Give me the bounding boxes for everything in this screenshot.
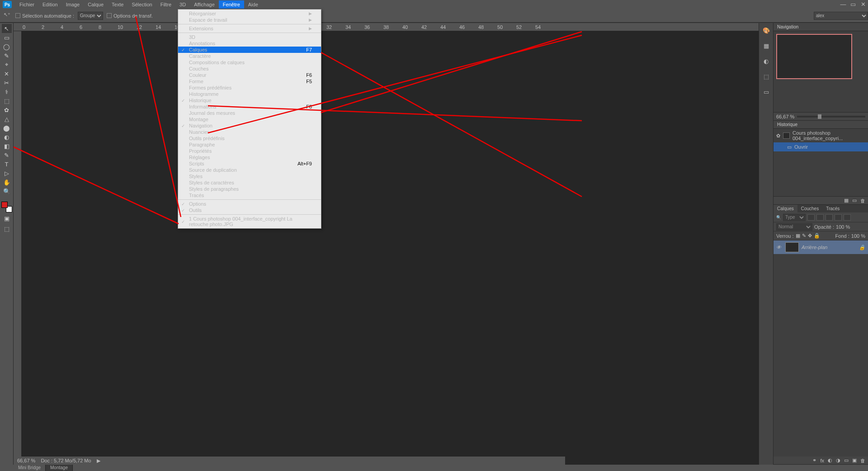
mini-bridge-tab[interactable]: Mini Bridge bbox=[14, 465, 46, 471]
menu-item-navigation[interactable]: ✓Navigation bbox=[178, 122, 321, 129]
menu-item-outils-pr-d-finis[interactable]: Outils prédéfinis bbox=[178, 135, 321, 141]
window-close[interactable]: ✕ bbox=[858, 0, 868, 9]
layer-name[interactable]: Arrière-plan bbox=[802, 245, 827, 250]
styles-panel-icon[interactable]: ⬚ bbox=[762, 72, 771, 81]
tool-15[interactable]: T bbox=[2, 160, 12, 169]
channels-tab[interactable]: Couches bbox=[797, 205, 822, 212]
window-maximize[interactable]: ▭ bbox=[848, 0, 858, 9]
menu-item-styles-de-caract-res[interactable]: Styles de caractères bbox=[178, 179, 321, 186]
delete-state-icon[interactable]: 🗑 bbox=[860, 198, 865, 203]
layer-row[interactable]: 👁 Arrière-plan 🔒 bbox=[774, 240, 868, 254]
history-snapshot[interactable]: ✿ Cours photoshop 004_interface_copyri..… bbox=[774, 129, 868, 142]
filter-pixel-icon[interactable] bbox=[807, 214, 815, 221]
opacity-value[interactable]: 100 % bbox=[836, 224, 850, 230]
tool-6[interactable]: ✂ bbox=[2, 78, 12, 87]
menu-item-histogramme[interactable]: Histogramme bbox=[178, 91, 321, 97]
fx-icon[interactable]: fx bbox=[820, 458, 824, 463]
menu-item-source-de-duplication[interactable]: Source de duplication bbox=[178, 167, 321, 173]
tool-0[interactable]: ↖ bbox=[2, 24, 12, 33]
tool-2[interactable]: ◯ bbox=[2, 42, 12, 51]
zoom-status[interactable]: 66,67 % bbox=[17, 458, 35, 463]
menu-item-scripts[interactable]: ScriptsAlt+F9 bbox=[178, 160, 321, 167]
navigator-thumbnail[interactable] bbox=[776, 34, 852, 79]
adjustment-icon[interactable]: ◑ bbox=[836, 457, 840, 463]
menu-item-trac-s[interactable]: Tracés bbox=[178, 192, 321, 198]
tool-4[interactable]: ⌖ bbox=[2, 60, 12, 69]
adjustments-panel-icon[interactable]: ◐ bbox=[762, 57, 771, 66]
menu-item-historique[interactable]: ✓Historique bbox=[178, 97, 321, 104]
window-minimize[interactable]: — bbox=[838, 0, 848, 9]
menu-item-formes-pr-d-finies[interactable]: Formes prédéfinies bbox=[178, 85, 321, 91]
quickmask-icon[interactable]: ▣ bbox=[2, 214, 12, 223]
tool-12[interactable]: ◐ bbox=[2, 132, 12, 141]
menu-item-styles[interactable]: Styles bbox=[178, 173, 321, 179]
new-state-icon[interactable]: ▭ bbox=[852, 198, 857, 203]
menu-item-compositions-de-calques[interactable]: Compositions de calques bbox=[178, 59, 321, 66]
auto-select-label[interactable]: Sélection automatique : bbox=[15, 13, 74, 19]
doc-size-status[interactable]: Doc : 5,72 Mo/5,72 Mo bbox=[41, 458, 91, 463]
menu-texte[interactable]: Texte bbox=[108, 0, 127, 9]
menu-image[interactable]: Image bbox=[62, 0, 84, 9]
foreground-color[interactable] bbox=[1, 202, 8, 208]
lock-all-icon[interactable]: 🔒 bbox=[814, 233, 820, 239]
menu-item-propri-t-s[interactable]: Propriétés bbox=[178, 148, 321, 154]
menu-item-r-organiser[interactable]: Réorganiser▶ bbox=[178, 10, 321, 17]
menu-item-caract-re[interactable]: Caractère bbox=[178, 53, 321, 59]
transform-controls-label[interactable]: Options de transf. bbox=[107, 13, 153, 19]
menu-item-calques[interactable]: ✓CalquesF7 bbox=[178, 47, 321, 53]
menu-affichage[interactable]: Affichage bbox=[190, 0, 219, 9]
link-icon[interactable]: ⚭ bbox=[812, 457, 816, 463]
tool-5[interactable]: ✕ bbox=[2, 69, 12, 78]
auto-select-group[interactable]: Groupe bbox=[78, 12, 103, 20]
canvas[interactable] bbox=[22, 31, 759, 465]
tool-16[interactable]: ▷ bbox=[2, 169, 12, 178]
menu-fenêtre[interactable]: Fenêtre bbox=[219, 0, 244, 9]
visibility-icon[interactable]: 👁 bbox=[776, 245, 783, 250]
menu-item-paragraphe[interactable]: Paragraphe bbox=[178, 141, 321, 148]
color-swatches[interactable] bbox=[1, 202, 12, 212]
filter-type[interactable]: Type bbox=[783, 214, 806, 221]
swatches-panel-icon[interactable]: ▦ bbox=[762, 41, 771, 50]
properties-panel-icon[interactable]: ▭ bbox=[762, 87, 771, 96]
new-layer-icon[interactable]: ▣ bbox=[852, 457, 857, 463]
group-icon[interactable]: ▭ bbox=[844, 457, 849, 463]
menu-aide[interactable]: Aide bbox=[244, 0, 262, 9]
menu-3d[interactable]: 3D bbox=[175, 0, 190, 9]
tool-13[interactable]: ◧ bbox=[2, 141, 12, 151]
menu-edition[interactable]: Edition bbox=[38, 0, 62, 9]
filter-smart-icon[interactable] bbox=[844, 214, 851, 221]
menu-item-montage[interactable]: Montage bbox=[178, 116, 321, 122]
lock-pos-icon[interactable]: ✥ bbox=[808, 233, 812, 239]
menu-item-informations[interactable]: InformationsF8 bbox=[178, 104, 321, 110]
menu-item-nuancier[interactable]: Nuancier bbox=[178, 129, 321, 135]
tool-9[interactable]: ✿ bbox=[2, 105, 12, 114]
layer-thumbnail[interactable] bbox=[785, 242, 799, 252]
menu-filtre[interactable]: Filtre bbox=[156, 0, 175, 9]
tool-18[interactable]: 🔍 bbox=[2, 187, 12, 196]
menu-item-couches[interactable]: Couches bbox=[178, 66, 321, 72]
filter-text-icon[interactable] bbox=[826, 214, 833, 221]
menu-item-styles-de-paragraphes[interactable]: Styles de paragraphes bbox=[178, 186, 321, 192]
menu-item-annotations[interactable]: Annotations bbox=[178, 40, 321, 47]
history-state[interactable]: ▭ Ouvrir bbox=[774, 142, 868, 151]
mask-icon[interactable]: ◐ bbox=[828, 457, 832, 463]
menu-item-extensions[interactable]: Extensions▶ bbox=[178, 25, 321, 32]
menu-item-forme[interactable]: FormeF5 bbox=[178, 78, 321, 85]
tool-3[interactable]: ✎ bbox=[2, 51, 12, 60]
menu-calque[interactable]: Calque bbox=[84, 0, 108, 9]
tool-10[interactable]: △ bbox=[2, 114, 12, 123]
menu-item-espace-de-travail[interactable]: Espace de travail▶ bbox=[178, 17, 321, 23]
menu-fichier[interactable]: Fichier bbox=[15, 0, 38, 9]
layers-tab[interactable]: Calques bbox=[774, 205, 797, 212]
fill-value[interactable]: 100 % bbox=[851, 233, 865, 239]
menu-item-options[interactable]: ✓Options bbox=[178, 201, 321, 207]
history-panel-tab[interactable]: Historique bbox=[774, 121, 868, 129]
lock-trans-icon[interactable]: ▦ bbox=[796, 233, 800, 239]
tool-1[interactable]: ▭ bbox=[2, 33, 12, 42]
menu-item-3d[interactable]: 3D bbox=[178, 34, 321, 40]
blend-mode[interactable]: Normal bbox=[776, 223, 812, 231]
zoom-slider[interactable] bbox=[797, 116, 865, 118]
menu-item-outils[interactable]: ✓Outils bbox=[178, 207, 321, 213]
trash-icon[interactable]: 🗑 bbox=[860, 458, 865, 463]
lock-pixel-icon[interactable]: ✎ bbox=[802, 233, 806, 239]
